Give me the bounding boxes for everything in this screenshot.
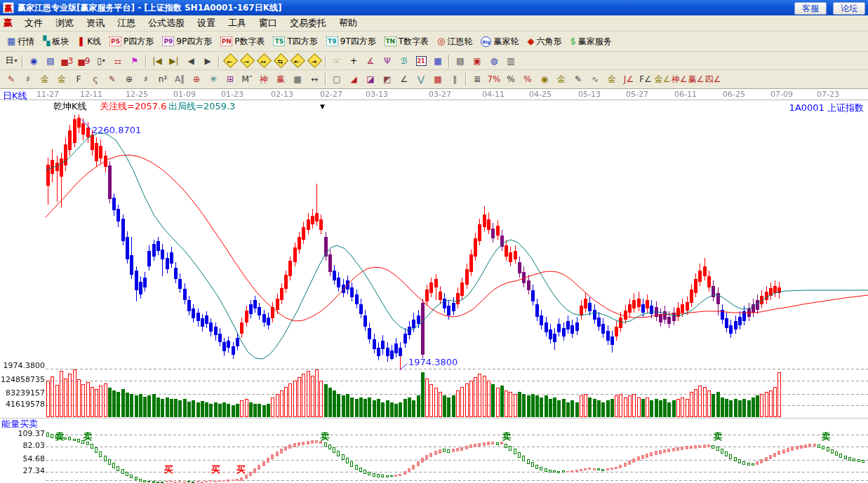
date-axis-label: 02-13 (271, 90, 293, 99)
date-axis-label: 03-27 (429, 90, 451, 99)
chart-caret-icon[interactable]: ▼ (320, 103, 325, 110)
sell-signal-label: 卖 (502, 430, 512, 443)
date-axis-label: 02-27 (320, 90, 342, 99)
volume-axis-label: 124858735 (0, 375, 45, 384)
chart-canvas[interactable] (0, 0, 868, 483)
date-axis-label: 07-23 (817, 90, 839, 99)
volume-axis-label: 83239157 (0, 388, 45, 397)
date-axis-label: 03-13 (366, 90, 388, 99)
date-axis-label: 07-09 (770, 90, 793, 99)
date-axis-label: 05-27 (626, 90, 648, 99)
date-axis-label: 12-11 (80, 90, 102, 99)
kline-model-label: 乾坤K线 (53, 100, 87, 113)
volume-axis-label: 41619578 (0, 400, 45, 409)
price-axis-low-label: 1974.3800 (0, 361, 45, 370)
low-price-label: 1974.3800 (408, 357, 458, 367)
date-axis-label: 06-25 (723, 90, 745, 99)
date-axis-label: 04-25 (529, 90, 552, 99)
exit-line-label: 出局线=2059.3 (168, 100, 235, 113)
kline-pane-label: 日K线 (3, 90, 27, 102)
app-window: 赢 赢家江恩专业版[赢家服务平台] - [上证指数 SH1A0001-167日K… (0, 0, 868, 483)
sell-signal-label: 卖 (714, 430, 723, 443)
oscillator-axis-label: 109.37 (0, 429, 45, 438)
attention-line-label: 关注线=2057.6 (100, 100, 166, 113)
buy-signal-label: 买 (236, 463, 246, 476)
date-axis-label: 01-23 (221, 90, 243, 99)
instrument-label: 1A0001 上证指数 (789, 102, 864, 114)
sell-signal-label: 卖 (321, 430, 330, 443)
date-axis-label: 01-09 (173, 90, 196, 99)
oscillator-axis-label: 82.03 (0, 441, 45, 450)
date-axis-label: 11-27 (36, 90, 59, 99)
sell-signal-label: 卖 (55, 430, 65, 443)
sell-signal-label: 卖 (84, 430, 93, 443)
date-axis-label: 04-11 (482, 90, 505, 99)
high-price-label: 2260.8701 (92, 125, 141, 135)
sell-signal-label: 卖 (822, 430, 831, 443)
date-axis-label: 05-13 (578, 90, 601, 99)
date-axis-label: 12-25 (126, 90, 148, 99)
date-axis-label: 06-11 (674, 90, 697, 99)
buy-signal-label: 买 (211, 463, 220, 476)
oscillator-axis-label: 54.68 (0, 454, 45, 463)
buy-signal-label: 买 (164, 463, 173, 476)
oscillator-axis-label: 27.34 (0, 466, 45, 475)
